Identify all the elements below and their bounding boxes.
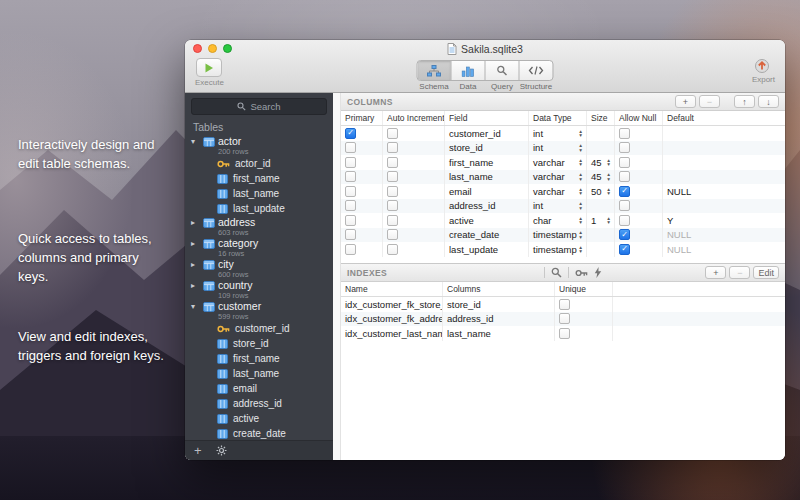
- allow-null-checkbox[interactable]: [619, 229, 630, 240]
- size-cell[interactable]: 50▴▾: [587, 184, 615, 199]
- sidebar-column-last_update[interactable]: last_update: [185, 201, 333, 216]
- index-row[interactable]: idx_customer_fk_store_idstore_id: [341, 297, 785, 312]
- size-cell[interactable]: 45▴▾: [587, 155, 615, 170]
- chevron-right-icon[interactable]: ▸: [191, 238, 200, 249]
- chevron-right-icon[interactable]: ▸: [191, 217, 200, 228]
- stepper[interactable]: ▴▾: [607, 158, 610, 167]
- default-cell[interactable]: [663, 155, 785, 170]
- chevron-down-icon[interactable]: ▾: [191, 136, 200, 147]
- primary-checkbox[interactable]: [345, 128, 356, 139]
- zoom-button[interactable]: [223, 44, 232, 53]
- sidebar-table-city[interactable]: ▸city600 rows: [185, 258, 333, 279]
- data-type-cell[interactable]: timestamp▴▾: [529, 242, 587, 257]
- auto-increment-checkbox[interactable]: [387, 186, 398, 197]
- data-type-cell[interactable]: char▴▾: [529, 213, 587, 228]
- size-cell[interactable]: 45▴▾: [587, 170, 615, 185]
- tab-data[interactable]: [452, 61, 486, 80]
- field-name-cell[interactable]: address_id: [445, 199, 529, 214]
- chevron-right-icon[interactable]: ▸: [191, 259, 200, 270]
- allow-null-checkbox[interactable]: [619, 186, 630, 197]
- sidebar-table-customer[interactable]: ▾customer599 rows: [185, 300, 333, 321]
- primary-checkbox[interactable]: [345, 186, 356, 197]
- field-name-cell[interactable]: email: [445, 184, 529, 199]
- sidebar-scrollbar[interactable]: [333, 93, 341, 460]
- move-column-down-button[interactable]: ↓: [758, 95, 779, 108]
- add-index-button[interactable]: +: [705, 266, 726, 279]
- default-cell[interactable]: [663, 126, 785, 141]
- auto-increment-checkbox[interactable]: [387, 200, 398, 211]
- auto-increment-checkbox[interactable]: [387, 128, 398, 139]
- edit-index-button[interactable]: Edit: [753, 266, 779, 279]
- data-type-cell[interactable]: timestamp▴▾: [529, 228, 587, 243]
- sidebar-column-email[interactable]: email: [185, 381, 333, 396]
- tab-structure[interactable]: [520, 61, 553, 80]
- default-cell[interactable]: [663, 170, 785, 185]
- default-cell[interactable]: NULL: [663, 242, 785, 257]
- close-button[interactable]: [193, 44, 202, 53]
- sidebar-column-first_name[interactable]: first_name: [185, 171, 333, 186]
- primary-checkbox[interactable]: [345, 200, 356, 211]
- field-name-cell[interactable]: first_name: [445, 155, 529, 170]
- gear-icon[interactable]: [216, 445, 227, 456]
- default-cell[interactable]: NULL: [663, 228, 785, 243]
- sidebar-column-address_id[interactable]: address_id: [185, 396, 333, 411]
- data-type-cell[interactable]: int▴▾: [529, 126, 587, 141]
- foreign-keys-icon[interactable]: [575, 268, 588, 278]
- export-button[interactable]: Export: [752, 58, 775, 84]
- allow-null-checkbox[interactable]: [619, 244, 630, 255]
- stepper[interactable]: ▴▾: [579, 230, 582, 239]
- sidebar-column-last_name[interactable]: last_name: [185, 186, 333, 201]
- primary-checkbox[interactable]: [345, 215, 356, 226]
- sidebar-column-actor_id[interactable]: actor_id: [185, 156, 333, 171]
- allow-null-checkbox[interactable]: [619, 171, 630, 182]
- sidebar-column-active[interactable]: active: [185, 411, 333, 426]
- default-cell[interactable]: NULL: [663, 184, 785, 199]
- unique-checkbox[interactable]: [559, 313, 570, 324]
- sidebar-column-first_name[interactable]: first_name: [185, 351, 333, 366]
- index-row[interactable]: idx_customer_last_namelast_name: [341, 326, 785, 341]
- primary-checkbox[interactable]: [345, 171, 356, 182]
- search-indexes-icon[interactable]: [551, 267, 562, 278]
- auto-increment-checkbox[interactable]: [387, 171, 398, 182]
- index-row[interactable]: idx_customer_fk_addres...address_id: [341, 312, 785, 327]
- remove-column-button[interactable]: −: [699, 95, 720, 108]
- tab-schema[interactable]: [418, 61, 452, 80]
- column-row[interactable]: customer_idint▴▾: [341, 126, 785, 141]
- field-name-cell[interactable]: create_date: [445, 228, 529, 243]
- sidebar-column-customer_id[interactable]: customer_id: [185, 321, 333, 336]
- data-type-cell[interactable]: int▴▾: [529, 141, 587, 156]
- allow-null-checkbox[interactable]: [619, 215, 630, 226]
- index-name-cell[interactable]: idx_customer_fk_store_id: [341, 297, 443, 312]
- field-name-cell[interactable]: last_update: [445, 242, 529, 257]
- unique-checkbox[interactable]: [559, 299, 570, 310]
- column-row[interactable]: last_namevarchar▴▾45▴▾: [341, 170, 785, 185]
- size-cell[interactable]: [587, 199, 615, 214]
- add-table-button[interactable]: +: [194, 444, 202, 457]
- stepper[interactable]: ▴▾: [579, 172, 582, 181]
- column-row[interactable]: emailvarchar▴▾50▴▾NULL: [341, 184, 785, 199]
- sidebar-table-country[interactable]: ▸country109 rows: [185, 279, 333, 300]
- triggers-icon[interactable]: [594, 267, 602, 278]
- data-type-cell[interactable]: varchar▴▾: [529, 155, 587, 170]
- stepper[interactable]: ▴▾: [579, 143, 582, 152]
- data-type-cell[interactable]: varchar▴▾: [529, 170, 587, 185]
- field-name-cell[interactable]: customer_id: [445, 126, 529, 141]
- sidebar-column-last_name[interactable]: last_name: [185, 366, 333, 381]
- stepper[interactable]: ▴▾: [579, 158, 582, 167]
- default-cell[interactable]: Y: [663, 213, 785, 228]
- column-row[interactable]: first_namevarchar▴▾45▴▾: [341, 155, 785, 170]
- minimize-button[interactable]: [208, 44, 217, 53]
- sidebar-column-store_id[interactable]: store_id: [185, 336, 333, 351]
- sidebar-column-create_date[interactable]: create_date: [185, 426, 333, 440]
- field-name-cell[interactable]: last_name: [445, 170, 529, 185]
- size-cell[interactable]: [587, 242, 615, 257]
- primary-checkbox[interactable]: [345, 244, 356, 255]
- stepper[interactable]: ▴▾: [579, 201, 582, 210]
- index-columns-cell[interactable]: address_id: [443, 312, 555, 327]
- default-cell[interactable]: [663, 199, 785, 214]
- index-columns-cell[interactable]: store_id: [443, 297, 555, 312]
- auto-increment-checkbox[interactable]: [387, 229, 398, 240]
- data-type-cell[interactable]: int▴▾: [529, 199, 587, 214]
- auto-increment-checkbox[interactable]: [387, 215, 398, 226]
- stepper[interactable]: ▴▾: [607, 187, 610, 196]
